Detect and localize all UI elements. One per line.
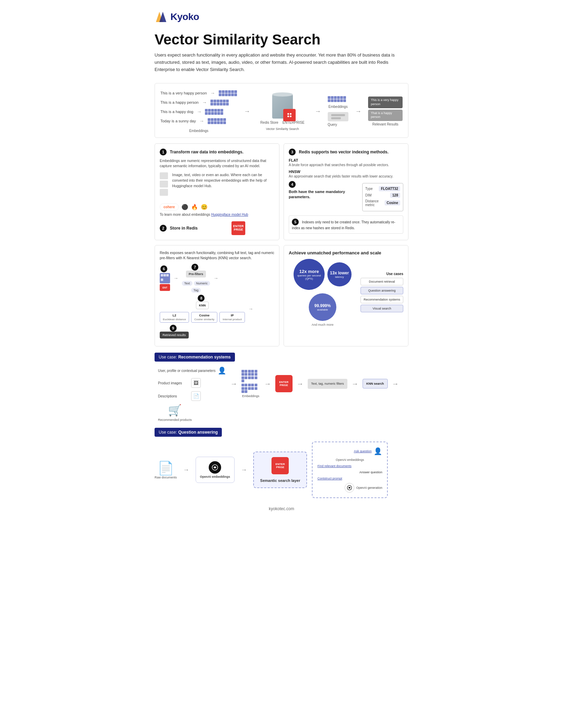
sentence-4: Today is a sunny day →	[160, 118, 237, 124]
qa-answer-label: Answer question	[359, 471, 383, 474]
circle-qps: 12x more queries per second (QPS)	[294, 259, 325, 290]
step-1-2-box: 1 Transform raw data into embeddings. Em…	[155, 143, 279, 241]
redis-store: Redis Store ENTERPRISE Vector Similarity…	[260, 92, 305, 131]
rec-embeddings-label: Embeddings	[242, 394, 259, 398]
step-8-num: 8	[198, 295, 205, 302]
cohere-logo: cohere	[160, 203, 179, 211]
step-5-text: Indexes only need to be created once. Th…	[292, 220, 395, 230]
qa-usecase-section: Use case: Question answering 📄 Raw docum…	[155, 428, 408, 498]
page-title: Vector Similarity Search	[155, 32, 408, 48]
results-section: This is a very happy person That is a ha…	[368, 97, 403, 126]
qa-arrow-2: →	[241, 466, 247, 474]
knn-flow-row: 6 ENT → 7 Pre-filters Text Numeric	[160, 264, 274, 338]
arrow-1: →	[174, 275, 178, 281]
qa-arrow-1: →	[183, 466, 189, 474]
qa-construct-row: Contstruct prompt	[317, 477, 382, 480]
rec-redis: ENTERPRISE	[275, 375, 293, 392]
rec-input-desc: Descriptions 📄	[158, 391, 226, 401]
use-case-doc-retrieval: Document retrieval	[360, 278, 403, 285]
flat-title: FLAT	[289, 158, 403, 162]
prefilters-box: Pre-filters	[186, 271, 206, 277]
qa-openai-embed-box: OpenAI embeddings	[196, 457, 235, 483]
rec-output-label: Recommended products	[158, 418, 192, 422]
circles-top-row: 12x more queries per second (QPS) 13x lo…	[294, 259, 352, 290]
result-2: That is a happy person	[368, 110, 403, 121]
qa-header: Use case: Question answering	[155, 428, 222, 437]
embeddings-right-label: Embeddings	[328, 105, 348, 109]
param-dim: DIM 128	[365, 193, 400, 198]
step-4-num: 4	[289, 181, 296, 188]
rec-arrow-5: →	[392, 380, 399, 388]
steps-grid: 1 Transform raw data into embeddings. Em…	[155, 143, 408, 241]
text-tag: Text	[182, 281, 192, 286]
redis-store-label: Redis Store	[260, 121, 278, 124]
rec-inputs: User, profile or contextual parameters 👤…	[158, 366, 226, 401]
huggingface-icon: 😊	[201, 204, 208, 210]
sentence-1: This is a very happy person →	[160, 90, 237, 96]
distance-row: L2 Euclidean distance Cosine Cosine simi…	[160, 312, 245, 323]
use-cases-title: Use cases	[360, 272, 403, 276]
qa-ask-row: Ask question 👤	[317, 447, 382, 455]
qa-header-title: Question answering	[178, 430, 218, 435]
intro-paragraph: Users expect search functionality in eve…	[155, 52, 403, 73]
use-case-visual: Visual search	[360, 305, 403, 312]
doc-icon: 📄	[158, 461, 174, 476]
cart-icon: 🛒	[168, 404, 182, 417]
arrow-to-query: →	[315, 108, 321, 115]
knn-section: Redis exposes search functionality, comb…	[155, 245, 279, 346]
qa-semantic-box: ENTERPRISE Semantic search layer	[253, 452, 307, 488]
cosine-box: Cosine Cosine similarity	[191, 312, 217, 323]
circle-latency: 13x lower latency	[327, 262, 352, 286]
step-1-sub: Image, text, video or even an audio. Whe…	[172, 172, 274, 189]
query-label: Query	[328, 123, 348, 127]
qa-embed-label: OpenAI embeddings	[200, 475, 230, 478]
rec-header-title: Recommendation systems	[178, 355, 231, 360]
rec-arrow-2: →	[264, 380, 271, 388]
arrow-2: →	[214, 275, 218, 281]
query-section: Embeddings Query	[328, 96, 348, 127]
query-visual	[328, 112, 348, 121]
rec-output: 🛒 Recommended products	[158, 404, 192, 422]
step-2-num: 2	[160, 225, 167, 232]
huggingface-link[interactable]: Huggingface model Hub	[211, 213, 248, 216]
qa-ask-link: Ask question	[354, 449, 372, 453]
filter-tag-2: Tag	[191, 288, 201, 293]
knn-badge: KNN	[196, 302, 209, 309]
perf-title: Achieve unmatched performance and scale	[289, 250, 403, 255]
performance-section: Achieve unmatched performance and scale …	[284, 245, 408, 346]
hnsw-desc: An approximate search that yields faster…	[289, 174, 403, 178]
rec-usecase-section: Use case: Recommendation systems User, p…	[155, 353, 408, 422]
ip-box: IP Internal product	[219, 312, 245, 323]
param-type: Type FLOATT32	[365, 186, 400, 191]
step-6-num: 6	[160, 265, 167, 272]
qa-construct-link: Contstruct prompt	[317, 477, 342, 480]
step-7-num: 7	[191, 264, 198, 271]
step-3-title: Redis supports two vector indexing metho…	[299, 150, 388, 154]
footer: kyokotec.com	[155, 506, 408, 511]
and-more-label: And much more	[312, 323, 334, 326]
qa-redis-icon: ENTERPRISE	[271, 457, 289, 474]
qa-flows-box: Ask question 👤 OpenAI embeddings Find re…	[312, 442, 388, 498]
qa-semantic-title: Semantic search layer	[260, 478, 300, 483]
step-4-area: 4 Both have the same mandatory parameter…	[289, 181, 403, 211]
openai-gen-icon	[345, 483, 354, 493]
use-case-qa: Question answering	[360, 287, 403, 294]
tag-tag: Tag	[191, 288, 201, 293]
qa-raw-docs: 📄 Raw documents	[155, 461, 177, 479]
numeric-tag: Numeric	[194, 281, 210, 286]
use-case-rec: Recommendation systems	[360, 296, 403, 303]
rec-redis-box: ENTERPRISE	[275, 375, 293, 392]
step-9-num: 9	[170, 325, 177, 332]
result-1: This is a very happy person	[368, 97, 403, 108]
l2-box: L2 Euclidean distance	[160, 312, 189, 323]
qa-find-link: Find relevant documents	[317, 464, 352, 468]
bottom-grid: Redis exposes search functionality, comb…	[155, 245, 408, 346]
step-3-4-5-box: 3 Redis supports two vector indexing met…	[284, 143, 408, 241]
flat-desc: A brute force approach that searches thr…	[289, 163, 403, 167]
rec-header-label: Use case:	[159, 355, 177, 360]
use-cases-column: Use cases Document retrieval Question an…	[360, 272, 403, 314]
footer-url: kyokotec.com	[269, 506, 294, 511]
qa-raw-docs-label: Raw documents	[155, 476, 177, 479]
qa-find-row: Find relevant documents	[317, 464, 382, 468]
arrow-3: →	[248, 306, 253, 312]
